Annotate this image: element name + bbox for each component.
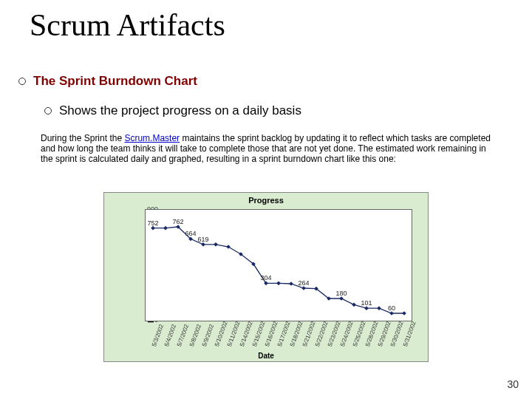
svg-rect-16	[352, 303, 356, 307]
chart-title: Progress	[104, 196, 428, 205]
bullet-1-text: The Sprint Burndown Chart	[33, 74, 197, 89]
svg-rect-0	[151, 226, 155, 231]
para-pre: During the Sprint the	[41, 133, 124, 143]
svg-rect-20	[402, 311, 406, 316]
chart-xtick: 5/7/2002	[176, 324, 190, 347]
chart-plot-area: 75276266461930426418010160	[145, 209, 412, 321]
svg-rect-6	[226, 245, 231, 249]
page-number: 30	[507, 378, 519, 390]
chart-data-label: 762	[172, 218, 183, 225]
chart-data-label: 664	[185, 230, 196, 237]
svg-rect-17	[364, 306, 369, 310]
chart-xtick: 5/8/2002	[188, 324, 202, 347]
chart-xlabel: Date	[104, 352, 428, 360]
svg-rect-12	[301, 286, 306, 290]
burndown-chart: Progress Remaining Effort in Hours Date …	[103, 192, 429, 362]
bullet-icon	[18, 78, 26, 85]
svg-rect-10	[276, 282, 281, 286]
svg-rect-1	[163, 226, 168, 231]
chart-data-label: 101	[361, 299, 372, 307]
bullet-2-text: Shows the project progress on a daily ba…	[59, 103, 301, 118]
chart-data-label: 619	[197, 236, 208, 243]
svg-rect-19	[389, 311, 394, 316]
chart-data-label: 752	[147, 219, 158, 227]
chart-data-label: 264	[298, 279, 309, 287]
chart-xtick: 5/4/2002	[163, 324, 177, 347]
chart-data-label: 60	[388, 304, 395, 312]
chart-xtick: 5/31/2002	[402, 321, 417, 348]
chart-data-label: 180	[335, 290, 347, 297]
page-title: Scrum Artifacts	[30, 7, 225, 43]
bullet-icon	[44, 107, 52, 115]
svg-rect-4	[201, 242, 205, 247]
svg-rect-5	[214, 242, 218, 247]
chart-xtick: 5/3/2002	[151, 324, 165, 347]
svg-rect-18	[377, 306, 381, 310]
svg-rect-11	[289, 282, 293, 286]
scrum-master-link[interactable]: Scrum.Master	[124, 133, 180, 143]
slide: Scrum Artifacts The Sprint Burndown Char…	[0, 0, 532, 399]
body-paragraph: During the Sprint the Scrum.Master maint…	[41, 133, 499, 164]
chart-xticks: 5/3/20025/4/20025/7/20025/8/20025/9/2002…	[145, 323, 411, 352]
svg-rect-15	[339, 296, 344, 301]
bullet-level-2: Shows the project progress on a daily ba…	[44, 103, 301, 118]
chart-xtick: 5/9/2002	[201, 324, 215, 347]
bullet-level-1: The Sprint Burndown Chart	[18, 74, 197, 89]
chart-data-label: 304	[260, 274, 271, 282]
